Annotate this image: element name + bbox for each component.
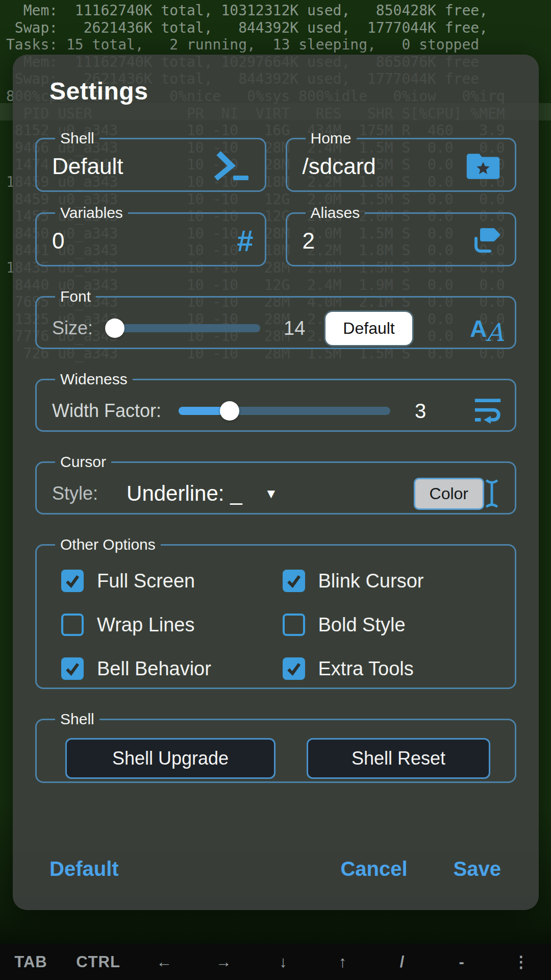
variables-field-label: Variables	[55, 204, 128, 222]
aliases-field[interactable]: Aliases 2	[286, 204, 517, 266]
cursor-style-dropdown[interactable]: Underline: _ ▼	[98, 481, 413, 506]
font-size-slider[interactable]	[107, 318, 260, 338]
other-options-section: Other Options Full Screen Blink Cursor	[35, 536, 516, 689]
extra-key[interactable]: ↑	[328, 953, 358, 971]
shell-upgrade-button[interactable]: Shell Upgrade	[65, 738, 276, 779]
ibeam-cursor-icon	[484, 478, 504, 509]
variables-field-value[interactable]: 0	[52, 228, 237, 254]
width-factor-value: 3	[415, 400, 426, 423]
check-icon	[286, 660, 302, 677]
font-section: Font Size: 14 Default AA	[35, 288, 516, 349]
slider-thumb[interactable]	[220, 401, 239, 421]
hash-icon: #	[237, 226, 253, 256]
font-default-button[interactable]: Default	[325, 312, 412, 345]
default-button[interactable]: Default	[49, 857, 119, 880]
chevron-down-icon: ▼	[265, 486, 278, 502]
checkbox-full-screen[interactable]: Full Screen	[61, 570, 283, 592]
checkbox-box[interactable]	[283, 657, 305, 680]
shell-actions-section: Shell Shell Upgrade Shell Reset	[35, 710, 516, 783]
font-section-label: Font	[55, 288, 96, 305]
checkbox-label: Blink Cursor	[318, 570, 424, 592]
extra-key[interactable]: CTRL	[76, 953, 120, 971]
check-icon	[286, 573, 302, 589]
variables-field[interactable]: Variables 0 #	[35, 204, 266, 266]
shell-field-label: Shell	[55, 130, 99, 147]
extra-key[interactable]: ⋮	[506, 952, 537, 971]
dialog-title: Settings	[49, 77, 516, 105]
width-factor-slider[interactable]	[179, 401, 390, 421]
checkbox-bell-behavior[interactable]: Bell Behavior	[61, 657, 283, 680]
extra-key[interactable]: -	[446, 953, 477, 971]
shell-actions-label: Shell	[55, 710, 99, 728]
checkbox-label: Wrap Lines	[97, 614, 195, 636]
aliases-field-label: Aliases	[306, 204, 365, 222]
checkbox-label: Full Screen	[97, 570, 195, 592]
checkbox-label: Bell Behavior	[97, 658, 211, 680]
other-options-label: Other Options	[55, 536, 161, 553]
cursor-section: Cursor Style: Underline: _ ▼ Color	[35, 453, 516, 514]
check-icon	[64, 660, 81, 677]
terminal-prompt-icon	[210, 150, 254, 183]
checkbox-box[interactable]	[283, 614, 305, 636]
labels-icon	[469, 225, 504, 257]
aliases-field-value[interactable]: 2	[303, 228, 469, 254]
checkbox-wrap-lines[interactable]: Wrap Lines	[61, 614, 283, 636]
folder-star-icon	[463, 151, 504, 182]
wideness-section: Wideness Width Factor: 3	[35, 371, 516, 432]
font-size-label: Size:	[52, 317, 93, 339]
dialog-actions: Default Cancel Save	[49, 857, 501, 880]
wideness-section-label: Wideness	[55, 371, 133, 388]
font-size-value: 14	[284, 317, 305, 339]
width-factor-label: Width Factor:	[52, 400, 161, 422]
home-field-label: Home	[306, 130, 357, 147]
slider-thumb[interactable]	[105, 318, 124, 338]
checkbox-box[interactable]	[61, 570, 84, 592]
checkbox-box[interactable]	[61, 657, 84, 680]
terminal-line: Tasks: 15 total, 2 running, 13 sleeping,…	[6, 36, 505, 54]
shell-field-value[interactable]: Default	[52, 154, 210, 179]
checkbox-box[interactable]	[61, 614, 84, 636]
screen: Mem: 11162740K total, 10312312K used, 85…	[0, 0, 551, 980]
checkbox-extra-tools[interactable]: Extra Tools	[283, 657, 504, 680]
terminal-line: Swap: 2621436K total, 844392K used, 1777…	[6, 19, 505, 37]
extra-key[interactable]: →	[209, 953, 239, 971]
checkbox-bold-style[interactable]: Bold Style	[283, 614, 504, 636]
cancel-button[interactable]: Cancel	[340, 857, 407, 880]
extra-key[interactable]: ←	[149, 953, 180, 971]
cursor-section-label: Cursor	[55, 453, 111, 471]
terminal-line: Mem: 11162740K total, 10312312K used, 85…	[6, 2, 505, 19]
cursor-style-value: Underline: _	[127, 481, 242, 506]
extra-key[interactable]: /	[387, 953, 418, 971]
checkbox-label: Extra Tools	[318, 658, 414, 680]
settings-dialog: Settings Shell Default	[13, 55, 539, 910]
cursor-color-button[interactable]: Color	[414, 478, 484, 510]
extra-keys-bar: TABCTRL←→↓↑/-⋮	[0, 944, 551, 980]
home-field[interactable]: Home /sdcard	[286, 130, 517, 192]
checkbox-box[interactable]	[283, 570, 305, 592]
slider-track	[107, 324, 260, 332]
save-button[interactable]: Save	[454, 857, 501, 880]
fields-grid: Shell Default Home /	[35, 130, 516, 266]
checkbox-blink-cursor[interactable]: Blink Cursor	[283, 570, 504, 592]
shell-field[interactable]: Shell Default	[35, 130, 266, 192]
cursor-style-label: Style:	[52, 483, 98, 504]
wrap-text-icon	[472, 396, 504, 426]
shell-reset-button[interactable]: Shell Reset	[307, 738, 490, 779]
home-field-value[interactable]: /sdcard	[303, 154, 463, 179]
extra-key[interactable]: TAB	[14, 953, 47, 971]
extra-key[interactable]: ↓	[268, 953, 299, 971]
check-icon	[64, 573, 81, 589]
checkbox-label: Bold Style	[318, 614, 406, 636]
font-style-icon: AA	[470, 316, 504, 340]
